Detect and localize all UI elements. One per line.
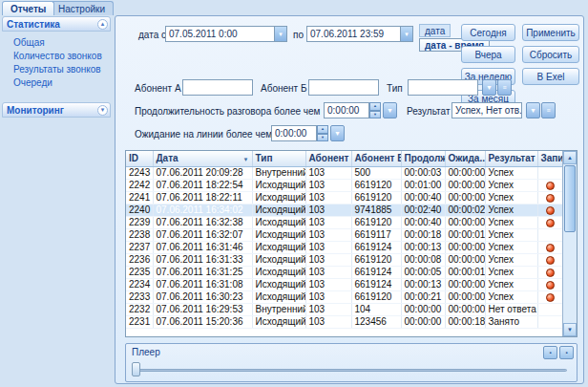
- scrollbar-thumb[interactable]: [564, 165, 576, 232]
- cell-abonent-a: 103: [305, 179, 351, 191]
- sidebar-item-queues[interactable]: Очереди: [13, 75, 109, 89]
- tab-settings[interactable]: Настройки: [50, 1, 114, 15]
- cell-abonent-a: 103: [305, 191, 351, 204]
- tab-reports[interactable]: Отчеты: [2, 1, 54, 15]
- mode-tab-date[interactable]: дата: [419, 24, 451, 37]
- top-tab-bar: Отчеты Настройки: [0, 0, 588, 15]
- reset-button[interactable]: Сбросить: [522, 46, 579, 63]
- sidebar-item-general[interactable]: Общая: [13, 35, 109, 49]
- cell-duration: 00:00:00: [401, 315, 445, 328]
- table-row[interactable]: 2239 07.06.2011 16:32:38 Исходящий 103 6…: [126, 216, 562, 228]
- cell-id: 2241: [126, 191, 153, 204]
- type-dropdown-button[interactable]: ▼: [482, 79, 496, 96]
- cell-record: [537, 166, 562, 179]
- cell-result: Успех: [485, 253, 537, 266]
- today-button[interactable]: Сегодня: [461, 24, 515, 41]
- date-to-label: по: [293, 30, 304, 40]
- duration-dropdown-button[interactable]: ▼: [383, 102, 397, 118]
- column-header-record[interactable]: Запись: [537, 151, 562, 166]
- table-row[interactable]: 2240 07.06.2011 16:34:02 Исходящий 103 9…: [126, 204, 562, 216]
- cell-abonent-a: 103: [305, 266, 351, 278]
- cell-result: Успех: [485, 290, 537, 303]
- table-row[interactable]: 2241 07.06.2011 18:22:11 Исходящий 103 6…: [126, 191, 562, 204]
- calendar-dropdown-icon[interactable]: ▼: [400, 27, 412, 41]
- scroll-down-icon[interactable]: ▼: [563, 323, 577, 336]
- cell-type: Исходящий: [252, 179, 305, 191]
- sort-desc-icon: ▼: [243, 157, 249, 162]
- spinner-down-icon[interactable]: ▼: [317, 134, 328, 142]
- spinner-up-icon[interactable]: ▲: [317, 125, 328, 134]
- table-row[interactable]: 2237 07.06.2011 16:31:46 Исходящий 103 6…: [126, 241, 562, 253]
- cell-id: 2233: [126, 290, 153, 303]
- chevron-up-icon[interactable]: ▲: [97, 19, 108, 30]
- chevron-down-icon[interactable]: ▼: [97, 105, 108, 116]
- cell-id: 2239: [126, 216, 153, 228]
- cell-record: [537, 266, 562, 278]
- table-row[interactable]: 2236 07.06.2011 16:31:33 Исходящий 103 6…: [126, 253, 562, 266]
- sidebar-item-call-results[interactable]: Результаты звонков: [13, 62, 109, 75]
- cell-date: 07.06.2011 16:34:02: [153, 204, 252, 216]
- date-from-input[interactable]: 07.05.2011 0:00 ▼: [165, 26, 287, 42]
- table-row[interactable]: 2231 07.06.2011 15:20:36 Исходящий 103 1…: [126, 315, 562, 328]
- cell-result: Успех: [485, 216, 537, 228]
- cell-abonent-a: 103: [305, 241, 351, 253]
- column-header-result[interactable]: Результат: [485, 151, 537, 166]
- duration-input[interactable]: 0:00:00: [324, 102, 369, 118]
- type-input[interactable]: [408, 79, 478, 96]
- player-button-2[interactable]: ▪: [559, 346, 574, 359]
- player-slider-track[interactable]: [134, 369, 567, 372]
- spinner-up-icon[interactable]: ▲: [369, 102, 381, 111]
- table-vertical-scrollbar[interactable]: ▲ ▼: [562, 151, 577, 336]
- cell-abonent-a: 103: [305, 166, 351, 179]
- result-dropdown-button[interactable]: ▼: [526, 102, 540, 118]
- date-to-input[interactable]: 07.06.2011 23:59 ▼: [306, 26, 413, 42]
- spinner-down-icon[interactable]: ▼: [369, 111, 381, 119]
- table-row[interactable]: 2235 07.06.2011 16:31:25 Исходящий 103 6…: [126, 266, 562, 278]
- abonent-b-input[interactable]: [308, 79, 379, 96]
- yesterday-button[interactable]: Вчера: [461, 46, 515, 63]
- record-icon: [546, 244, 555, 252]
- wait-dropdown-button[interactable]: ▼: [330, 125, 345, 141]
- column-header-waiting[interactable]: Ожида...: [445, 151, 485, 166]
- sidebar-item-call-count[interactable]: Количество звонков: [13, 49, 109, 62]
- column-header-abonent-b[interactable]: Абонент Б: [351, 151, 401, 166]
- cell-record: [537, 253, 562, 266]
- date-from-label: дата с: [138, 30, 166, 40]
- column-header-id[interactable]: ID: [126, 151, 153, 166]
- wait-spinner: ▲ ▼: [317, 125, 328, 141]
- sidebar-group-statistics[interactable]: Статистика ▲: [2, 16, 111, 32]
- date-to-value: 07.06.2011 23:59: [310, 29, 400, 39]
- table-body: 2243 07.06.2011 20:09:28 Внутренний 103 …: [126, 166, 562, 328]
- player-button-1[interactable]: ▪: [543, 346, 557, 359]
- cell-abonent-a: 103: [305, 303, 351, 315]
- type-list-button[interactable]: ≡: [497, 79, 512, 96]
- calendar-dropdown-icon[interactable]: ▼: [274, 27, 286, 41]
- cell-id: 2243: [126, 166, 153, 179]
- column-header-type[interactable]: Тип: [252, 151, 305, 166]
- column-header-duration[interactable]: Продолжи...: [401, 151, 445, 166]
- column-header-date[interactable]: Дата▼: [153, 151, 252, 166]
- scroll-up-icon[interactable]: ▲: [563, 151, 577, 164]
- apply-button[interactable]: Применить: [522, 24, 579, 41]
- cell-abonent-a: 103: [305, 204, 351, 216]
- table-row[interactable]: 2238 07.06.2011 16:32:07 Исходящий 103 6…: [126, 228, 562, 241]
- cell-id: 2234: [126, 278, 153, 290]
- excel-button[interactable]: В Exel: [522, 68, 579, 85]
- record-icon: [546, 269, 555, 277]
- record-icon: [546, 194, 555, 203]
- abonent-a-input[interactable]: [182, 79, 253, 96]
- table-row[interactable]: 2242 07.06.2011 18:22:54 Исходящий 103 6…: [126, 179, 562, 191]
- cell-duration: 00:00:21: [401, 290, 445, 303]
- cell-type: Исходящий: [252, 278, 305, 290]
- table-row[interactable]: 2234 07.06.2011 16:31:08 Исходящий 103 6…: [126, 278, 562, 290]
- column-header-abonent-a[interactable]: Абонент А: [305, 151, 351, 166]
- table-row[interactable]: 2232 07.06.2011 16:29:53 Внутренний 103 …: [126, 303, 562, 315]
- sidebar-group-monitoring[interactable]: Мониторинг ▼: [2, 102, 111, 118]
- result-list-button[interactable]: ≡: [541, 102, 556, 118]
- cell-date: 07.06.2011 16:31:25: [153, 266, 252, 278]
- wait-input[interactable]: 0:00:00: [271, 125, 317, 141]
- result-input[interactable]: Успех, Нет отв...: [452, 102, 522, 118]
- table-row[interactable]: 2243 07.06.2011 20:09:28 Внутренний 103 …: [126, 166, 562, 179]
- player-slider-thumb[interactable]: [132, 362, 140, 376]
- table-row[interactable]: 2233 07.06.2011 16:30:23 Исходящий 103 6…: [126, 290, 562, 303]
